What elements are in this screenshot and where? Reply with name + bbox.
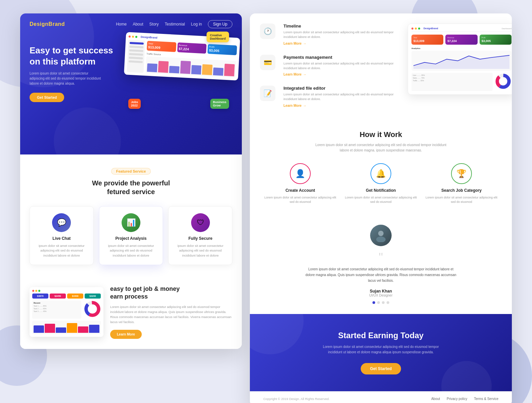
step-desc-job: Lorem ipsum dolor sit amet consectetur a… xyxy=(425,195,498,205)
testimonial-text: Lorem ipsum dolor sit amet consectetur a… xyxy=(304,266,458,283)
mockup-content: Total $13,009 Revenue $7,224 Profit xyxy=(127,40,237,78)
testimonial-dots xyxy=(263,301,498,304)
hero-title: Easy to get success on this platform xyxy=(30,45,125,67)
arrow-icon: → xyxy=(303,73,306,76)
earn-text: easy to get job & money earn process Lor… xyxy=(110,285,232,339)
feature-content-editor: Integrated file editor Lorem ipsum dolor… xyxy=(283,86,401,107)
dash-titlebar: DesignBrand Dashboard xyxy=(411,27,512,32)
nav-home[interactable]: Home xyxy=(116,22,127,27)
mockup-main: Total $13,009 Revenue $7,224 Profit xyxy=(145,41,237,78)
bar xyxy=(147,63,157,72)
earn-window: $3870 $2450 $1900 $3200 Recent Task 1 ..… xyxy=(30,287,103,337)
cta-description: Lorem ipsum dolor sit amet consectetur a… xyxy=(317,344,445,355)
earn-row: Recent Task 1 ........ 85% Task 2 ......… xyxy=(32,301,101,319)
earn-dot-r xyxy=(32,290,34,292)
footer-link-privacy[interactable]: Privacy policy xyxy=(447,397,467,401)
nav-about[interactable]: About xyxy=(133,22,143,27)
bar xyxy=(202,64,213,75)
dot-nav-1[interactable] xyxy=(372,301,375,304)
service-name-chat: Live Chat xyxy=(35,236,89,241)
logo-prefix: Design xyxy=(30,21,48,27)
sidebar-dot xyxy=(130,42,144,45)
features-list: 🕐 Timeline Lorem ipsum dolor sit amet co… xyxy=(260,24,401,117)
feature-icon-editor: 📝 xyxy=(260,86,275,101)
step-icon-job: 🏆 xyxy=(451,163,472,184)
navigation: DesignBrand Home About Story Testimonial… xyxy=(20,13,242,32)
earn-cta-button[interactable]: Learn More xyxy=(110,330,142,339)
earn-dot-g xyxy=(38,290,40,292)
testimonial-section: " Lorem ipsum dolor sit amet consectetur… xyxy=(250,215,512,314)
floating-badge-2: Jobs2022 xyxy=(128,99,141,109)
right-dashboard: DesignBrand Dashboard Total $13,009 Reve… xyxy=(408,24,502,117)
nav-login[interactable]: Log in xyxy=(191,22,202,27)
dash-dot-y xyxy=(415,28,417,30)
earn-stat-blue: $3870 xyxy=(32,294,48,299)
hero-mockup: DesignBrand xyxy=(125,35,232,102)
cta-section: Started Earning Today Lorem ipsum dolor … xyxy=(250,314,512,391)
earn-bar xyxy=(45,324,55,333)
nav-testimonial[interactable]: Testimonial xyxy=(165,22,185,27)
logo: DesignBrand xyxy=(30,21,65,27)
dot-nav-4[interactable] xyxy=(387,301,389,304)
main-wrapper: DesignBrand Home About Story Testimonial… xyxy=(0,0,532,403)
mockup-logo: DesignBrand xyxy=(141,35,158,39)
service-card-secure: 🛡 Fully Secure ipsum dolor sit amet cons… xyxy=(168,206,232,265)
nav-story[interactable]: Story xyxy=(149,22,159,27)
how-description: Lorem ipsum dolor sit amet consectetur a… xyxy=(314,142,448,153)
cta-button[interactable]: Get Started xyxy=(361,363,401,374)
sidebar-dot xyxy=(129,49,143,52)
hero-description: Lorem ipsum dolor sit amet consectetur a… xyxy=(30,71,103,86)
dash-status: Dashboard xyxy=(502,28,512,30)
feature-desc-timeline: Lorem ipsum dolor sit amet consectetur a… xyxy=(283,30,401,40)
footer: Copyright © 2019 Design. All Rights Rese… xyxy=(250,391,512,403)
dot-green xyxy=(135,36,137,38)
bar xyxy=(169,66,179,74)
secure-icon: 🛡 xyxy=(197,218,204,227)
step-name-account: Create Account xyxy=(263,188,337,193)
quote-mark: " xyxy=(263,252,498,264)
learn-more-timeline[interactable]: Learn More → xyxy=(283,42,401,45)
feature-desc-editor: Lorem ipsum dolor sit amet consectetur a… xyxy=(283,92,401,102)
dash-stat-green: Profit $3,005 xyxy=(480,35,512,45)
dot-nav-2[interactable] xyxy=(377,301,380,304)
hero-cta-button[interactable]: Get Started xyxy=(30,93,64,102)
how-steps: 👤 Create Account Lorem ipsum dolor sit a… xyxy=(263,163,498,205)
hero-circle-2 xyxy=(54,107,121,154)
hero-body: Easy to get success on this platform Lor… xyxy=(20,32,242,102)
earn-stat-pink: $2450 xyxy=(50,294,66,299)
dash-dot-r xyxy=(411,28,413,30)
feature-title-timeline: Timeline xyxy=(283,24,401,29)
dash-chart xyxy=(411,51,512,71)
learn-more-editor[interactable]: Learn More → xyxy=(283,104,401,107)
bell-icon: 🔔 xyxy=(376,169,386,178)
earn-section: $3870 $2450 $1900 $3200 Recent Task 1 ..… xyxy=(20,275,242,349)
earn-title: easy to get job & money earn process xyxy=(110,285,232,301)
arrow-icon: → xyxy=(303,104,306,107)
feature-icon-payments: 💳 xyxy=(260,55,275,70)
testimonial-name: Sujan Khan xyxy=(263,289,498,294)
footer-link-about[interactable]: About xyxy=(431,397,440,401)
service-icon-chat: 💬 xyxy=(52,213,71,232)
service-icon-secure: 🛡 xyxy=(191,213,210,232)
clock-icon: 🕐 xyxy=(264,27,272,35)
sidebar-dot xyxy=(129,53,143,56)
step-name-notification: Get Notification xyxy=(344,188,418,193)
sidebar-dot xyxy=(129,46,143,48)
testimonial-role: UI/UX Designer xyxy=(263,294,498,297)
dot-nav-3[interactable] xyxy=(382,301,385,304)
nav-signup-button[interactable]: Sign Up xyxy=(208,20,232,28)
step-icon-account: 👤 xyxy=(290,163,311,184)
feature-editor: 📝 Integrated file editor Lorem ipsum dol… xyxy=(260,86,401,107)
service-name-analysis: Project Analysis xyxy=(104,236,158,241)
footer-link-terms[interactable]: Terms & Service xyxy=(474,397,498,401)
feature-title-editor: Integrated file editor xyxy=(283,86,401,91)
hero-text: Easy to get success on this platform Lor… xyxy=(30,38,125,102)
earn-mockup: $3870 $2450 $1900 $3200 Recent Task 1 ..… xyxy=(30,287,103,337)
step-create-account: 👤 Create Account Lorem ipsum dolor sit a… xyxy=(263,163,337,205)
earn-chart xyxy=(32,321,101,334)
logo-suffix: Brand xyxy=(48,21,65,27)
hero-section: DesignBrand Home About Story Testimonial… xyxy=(20,13,242,154)
service-desc-secure: ipsum dolor sit amet consectetur adipisc… xyxy=(173,243,227,258)
learn-more-payments[interactable]: Learn More → xyxy=(283,73,401,76)
stat-card-blue: Profit $3,005 xyxy=(208,44,237,55)
